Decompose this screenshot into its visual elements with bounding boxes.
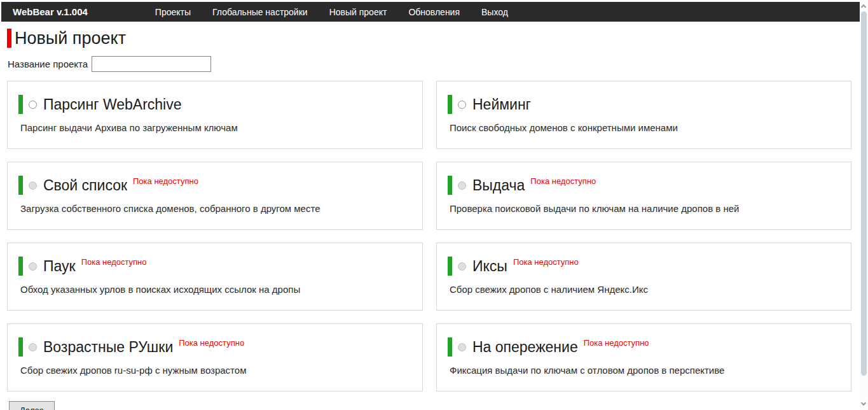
card-spider: Паук Пока недоступно Обход указанных урл… (7, 243, 423, 311)
project-name-label: Название проекта (8, 59, 88, 69)
card-title: Возрастные РУшки (43, 339, 173, 356)
scrollbar-thumb[interactable] (861, 11, 867, 376)
card-title: Иксы (472, 258, 507, 275)
card-description: Обход указанных урлов в поисках исходящи… (20, 284, 412, 295)
project-type-grid: Парсинг WebArchive Парсинг выдачи Архива… (7, 81, 851, 392)
scroll-up-icon[interactable] (861, 4, 866, 10)
card-description: Парсинг выдачи Архива по загруженным клю… (20, 122, 412, 133)
project-type-radio[interactable] (458, 101, 466, 109)
card-title: Парсинг WebArchive (43, 96, 182, 113)
card-ahead-of-time: На опережение Пока недоступно Фиксация в… (436, 323, 851, 392)
project-type-radio (29, 262, 37, 271)
page-title: Новый проект (15, 28, 126, 48)
card-x-index: Иксы Пока недоступно Сбор свежих дропов … (436, 243, 851, 311)
project-type-radio (29, 181, 37, 190)
green-accent-bar (18, 95, 23, 114)
nav-item-global-settings[interactable]: Глобальные настройки (212, 7, 308, 17)
page-heading: Новый проект (7, 28, 126, 48)
green-accent-bar (18, 176, 23, 195)
card-title: Паук (43, 258, 76, 275)
nav-item-projects[interactable]: Проекты (155, 7, 191, 17)
project-name-input[interactable] (92, 56, 211, 72)
card-title: На опережение (472, 339, 578, 356)
card-title: Выдача (472, 177, 525, 194)
green-accent-bar (448, 337, 452, 357)
navbar-menu: Проекты Глобальные настройки Новый проек… (155, 7, 508, 17)
unavailable-badge: Пока недоступно (133, 176, 198, 186)
unavailable-badge: Пока недоступно (584, 338, 649, 348)
nav-item-updates[interactable]: Обновления (408, 7, 460, 17)
unavailable-badge: Пока недоступно (81, 257, 147, 267)
green-accent-bar (18, 257, 23, 276)
app-title: WebBear v.1.004 (13, 6, 88, 17)
nav-item-logout[interactable]: Выход (481, 7, 508, 17)
card-description: Сбор свежих дропов с наличием Яндекс.Икс (450, 284, 841, 295)
card-description: Поиск свободных доменов с конкретными им… (450, 122, 841, 133)
project-type-radio (29, 343, 37, 351)
vertical-scrollbar[interactable] (860, 0, 868, 410)
card-aged-ru-domains: Возрастные РУшки Пока недоступно Сбор св… (7, 323, 423, 392)
card-serp: Выдача Пока недоступно Проверка поисково… (436, 162, 851, 230)
card-description: Загрузка собственного списка доменов, со… (20, 203, 412, 214)
card-parsing-webarchive[interactable]: Парсинг WebArchive Парсинг выдачи Архива… (7, 81, 423, 149)
green-accent-bar (18, 337, 23, 357)
nav-item-new-project[interactable]: Новый проект (329, 7, 387, 17)
unavailable-badge: Пока недоступно (513, 257, 579, 267)
next-button[interactable]: Далее (9, 401, 55, 410)
project-type-radio (458, 262, 466, 271)
top-navbar: WebBear v.1.004 Проекты Глобальные настр… (1, 2, 860, 22)
scroll-down-icon[interactable] (861, 400, 866, 406)
green-accent-bar (448, 176, 452, 195)
unavailable-badge: Пока недоступно (530, 176, 596, 186)
card-own-list: Свой список Пока недоступно Загрузка соб… (7, 162, 423, 230)
project-name-row: Название проекта (8, 56, 211, 72)
card-description: Проверка поисковой выдачи по ключам на н… (450, 203, 841, 214)
red-accent-bar (7, 29, 11, 48)
project-type-radio (458, 181, 466, 190)
green-accent-bar (448, 95, 452, 114)
card-naming[interactable]: Нейминг Поиск свободных доменов с конкре… (436, 81, 851, 149)
unavailable-badge: Пока недоступно (179, 338, 244, 348)
project-type-radio[interactable] (29, 101, 37, 109)
project-type-radio (458, 343, 466, 351)
card-description: Сбор свежих дропов ru-su-рф с нужным воз… (20, 365, 412, 376)
card-description: Фиксация выдачи по ключам с отловом дроп… (450, 365, 841, 376)
card-title: Свой список (43, 177, 127, 194)
green-accent-bar (448, 257, 452, 276)
card-title: Нейминг (472, 96, 531, 113)
